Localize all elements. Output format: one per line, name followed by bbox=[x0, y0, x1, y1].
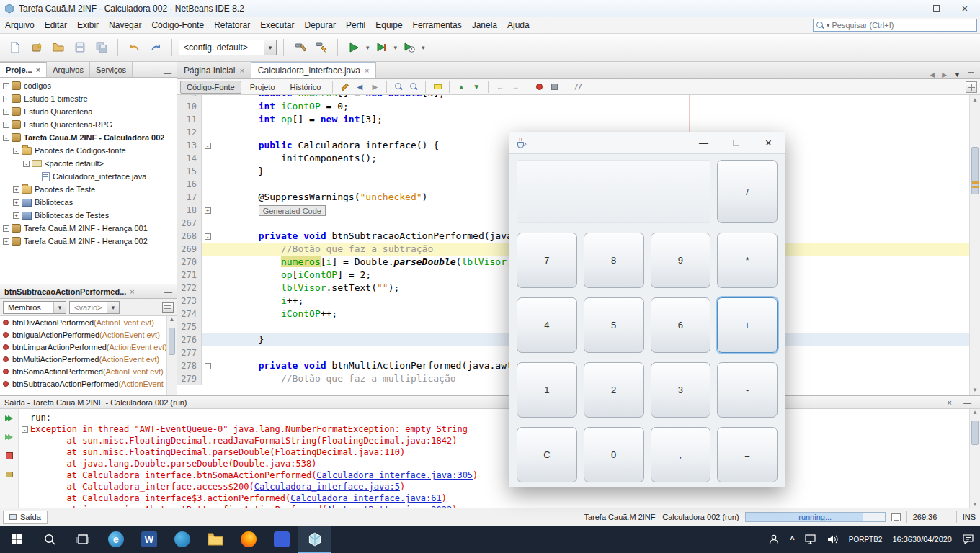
calc-button-8[interactable]: 8 bbox=[584, 233, 644, 288]
back-icon[interactable]: ◀ bbox=[353, 81, 366, 94]
blue-app-icon[interactable] bbox=[265, 526, 298, 553]
tree-toggle-icon[interactable]: + bbox=[3, 96, 9, 102]
calculator-titlebar[interactable]: — × bbox=[509, 132, 785, 154]
menu-executar[interactable]: Executar bbox=[255, 18, 299, 32]
previous-occurrence-icon[interactable]: ▲ bbox=[455, 81, 468, 94]
navigator-item[interactable]: btnIgualActionPerformed(ActionEvent evt) bbox=[0, 328, 166, 341]
tree-toggle-icon[interactable]: + bbox=[3, 122, 9, 128]
rerun-debug-button[interactable] bbox=[3, 431, 16, 444]
scroll-tabs-left-icon[interactable]: ◀ bbox=[930, 71, 935, 78]
quick-search-box[interactable]: ▾ bbox=[813, 19, 977, 32]
file-explorer-icon[interactable] bbox=[199, 526, 232, 553]
close-output-icon[interactable]: × bbox=[948, 398, 952, 407]
close-icon[interactable]: × bbox=[130, 287, 134, 296]
word-icon[interactable]: W bbox=[133, 526, 166, 553]
tab-pagina-inicial[interactable]: Página Inicial × bbox=[177, 62, 251, 78]
find-occurrences-icon[interactable] bbox=[407, 81, 420, 94]
search-input[interactable] bbox=[832, 21, 974, 30]
tree-node[interactable]: -Tarefa Cauã.M 2INF - Calculadora 002 bbox=[0, 131, 177, 144]
document-list-icon[interactable]: ▼ bbox=[954, 71, 961, 78]
code-line[interactable]: 9 double numeros[] = new double[3]; bbox=[177, 95, 969, 100]
calc-button-7[interactable]: 7 bbox=[517, 233, 577, 288]
close-icon[interactable]: × bbox=[365, 66, 369, 75]
tree-node[interactable]: +Bibliotecas de Testes bbox=[0, 209, 177, 222]
build-project-button[interactable] bbox=[290, 38, 309, 57]
calc-button-equals[interactable]: = bbox=[717, 427, 778, 482]
warning-stripe-mark[interactable] bbox=[972, 186, 979, 188]
calc-button-2[interactable]: 2 bbox=[584, 362, 644, 418]
new-project-button[interactable] bbox=[27, 38, 46, 57]
calculator-window[interactable]: — × /789*456+123-C0,= bbox=[509, 132, 785, 487]
menu-equipe[interactable]: Equipe bbox=[370, 18, 407, 32]
tree-node[interactable]: +Estudo Quarentena-RPG bbox=[0, 118, 177, 131]
clock[interactable]: 16:36 30/04/2020 bbox=[892, 535, 952, 544]
stacktrace-link[interactable]: Calculadora_interface.java:305 bbox=[316, 470, 473, 480]
maximize-editor-icon[interactable] bbox=[968, 72, 974, 78]
background-tasks-icon[interactable] bbox=[891, 513, 901, 521]
window-minimize-icon[interactable]: — bbox=[902, 3, 912, 14]
members-view-select[interactable]: Membros ▾ bbox=[3, 301, 66, 314]
toggle-highlight-icon[interactable] bbox=[431, 81, 444, 94]
next-occurrence-icon[interactable]: ▼ bbox=[470, 81, 483, 94]
navigator-scrollbar[interactable]: ▲ bbox=[166, 316, 177, 395]
tree-node[interactable]: +Tarefa Cauã.M 2INF - Herança 002 bbox=[0, 235, 177, 248]
tree-toggle-icon[interactable]: + bbox=[3, 225, 9, 232]
warning-stripe-mark[interactable] bbox=[972, 181, 979, 184]
navigator-tab-label[interactable]: btnSubtracaoActionPerformed... bbox=[4, 287, 126, 296]
keyboard-language-indicator[interactable]: POR PTB2 bbox=[849, 536, 883, 544]
tab-files[interactable]: Arquivos bbox=[47, 62, 90, 77]
tree-toggle-icon[interactable]: + bbox=[13, 186, 19, 193]
debug-button[interactable] bbox=[373, 38, 391, 57]
network-icon[interactable] bbox=[805, 534, 817, 544]
tree-node[interactable]: Calculadora_interface.java bbox=[0, 170, 177, 183]
tree-node[interactable]: -Pacotes de Códigos-fonte bbox=[0, 144, 177, 157]
fold-toggle-icon[interactable]: - bbox=[205, 233, 211, 240]
tree-toggle-icon[interactable]: + bbox=[13, 212, 19, 219]
tree-toggle-icon[interactable]: + bbox=[13, 199, 19, 206]
navigator-item[interactable]: btnDivActionPerformed(ActionEvent evt) bbox=[0, 316, 166, 328]
undo-button[interactable] bbox=[125, 38, 143, 57]
volume-icon[interactable] bbox=[827, 534, 839, 544]
minimize-panel-icon[interactable]: — bbox=[159, 68, 177, 77]
tab-services[interactable]: Serviços bbox=[90, 62, 133, 77]
statusbar-output-tab[interactable]: Saída bbox=[3, 511, 48, 524]
shift-right-icon[interactable]: → bbox=[509, 81, 522, 94]
open-project-button[interactable] bbox=[49, 38, 68, 57]
tree-node[interactable]: +codigos bbox=[0, 79, 177, 92]
window-restore-icon[interactable] bbox=[931, 3, 941, 14]
browser-icon[interactable] bbox=[166, 526, 199, 553]
config-select[interactable]: <config. default> ▾ bbox=[179, 40, 277, 55]
start-macro-icon[interactable] bbox=[533, 81, 545, 94]
output-scrollbar[interactable]: ▲ ▼ bbox=[969, 409, 980, 508]
tree-node[interactable]: +Tarefa Cauã.M 2INF - Herança 001 bbox=[0, 222, 177, 235]
menu-ferramentas[interactable]: Ferramentas bbox=[408, 18, 467, 32]
view-design-button[interactable]: Projeto bbox=[244, 81, 282, 94]
start-button[interactable] bbox=[0, 526, 33, 553]
clean-build-button[interactable] bbox=[312, 38, 331, 57]
tree-toggle-icon[interactable]: + bbox=[3, 109, 9, 115]
scroll-up-icon[interactable]: ▲ bbox=[970, 95, 980, 105]
tree-node[interactable]: +Bibliotecas bbox=[0, 196, 177, 209]
progress-bar[interactable]: running... bbox=[745, 512, 886, 522]
run-dropdown-icon[interactable]: ▾ bbox=[366, 44, 370, 51]
ant-settings-button[interactable] bbox=[3, 468, 16, 481]
rerun-button[interactable] bbox=[3, 412, 16, 425]
navigator-item[interactable]: btnLimparActionPerformed(ActionEvent evt… bbox=[0, 341, 166, 353]
comment-icon[interactable]: // bbox=[571, 81, 584, 94]
split-editor-icon[interactable] bbox=[966, 81, 977, 93]
editor-scrollbar[interactable]: ▲ ▼ bbox=[969, 95, 980, 395]
calc-button-clear[interactable]: C bbox=[517, 427, 577, 482]
code-line[interactable]: 10 int iContOP = 0; bbox=[177, 100, 969, 113]
calc-button-6[interactable]: 6 bbox=[651, 297, 711, 353]
profile-button[interactable] bbox=[400, 38, 419, 57]
fold-toggle-icon[interactable]: + bbox=[205, 207, 211, 214]
tree-node[interactable]: +Pacotes de Teste bbox=[0, 183, 177, 196]
chevron-down-icon[interactable]: ▾ bbox=[827, 22, 830, 29]
menu-refatorar[interactable]: Refatorar bbox=[209, 18, 255, 32]
menu-depurar[interactable]: Depurar bbox=[300, 18, 341, 32]
calc-button-4[interactable]: 4 bbox=[517, 297, 577, 353]
last-edit-icon[interactable] bbox=[338, 81, 351, 94]
tree-node[interactable]: +Estudo 1 bimestre bbox=[0, 92, 177, 105]
debug-dropdown-icon[interactable]: ▾ bbox=[394, 44, 398, 51]
minimize-panel-icon[interactable]: — bbox=[164, 287, 172, 296]
